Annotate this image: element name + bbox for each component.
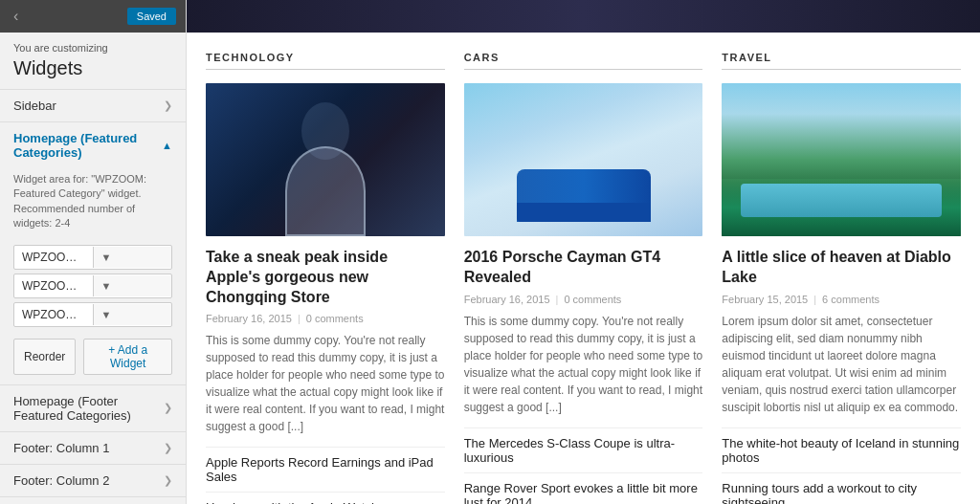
featured-description: Widget area for: "WPZOOM: Featured Categ… [0, 168, 186, 241]
widget-actions: Reorder + Add a Widget [0, 331, 186, 375]
cars-link-2[interactable]: Range Rover Sport evokes a little bit mo… [464, 472, 703, 504]
travel-column-label: TRAVEL [722, 52, 961, 63]
chevron-up-icon: ▲ [162, 140, 172, 151]
tech-main-meta: February 16, 2015 | 0 comments [206, 313, 445, 324]
chevron-right-icon: ❯ [164, 474, 172, 487]
sidebar-item-footer-col1[interactable]: Footer: Column 1 ❯ [0, 432, 186, 465]
columns-area: TECHNOLOGY Take a sneak peak inside Appl… [187, 33, 980, 504]
dropdown-arrow-icon: ▼ [93, 247, 172, 268]
cars-main-title[interactable]: 2016 Porsche Cayman GT4 Revealed [464, 248, 703, 288]
add-widget-button[interactable]: + Add a Widget [83, 339, 172, 375]
cars-column-label: CARS [464, 52, 703, 63]
widget-dropdown-1[interactable]: WPZOOM: Featured Categ... ▼ [13, 245, 172, 270]
widgets-title: Widgets [0, 55, 186, 90]
dropdown-arrow-icon: ▼ [93, 304, 172, 325]
sidebar-item-footer-col2[interactable]: Footer: Column 2 ❯ [0, 465, 186, 497]
tech-divider [206, 69, 445, 70]
travel-divider [722, 69, 961, 70]
top-bar: ‹ Saved [0, 0, 186, 33]
tech-link-1[interactable]: Apple Reports Record Earnings and iPad S… [206, 447, 445, 492]
tech-column-label: TECHNOLOGY [206, 52, 445, 63]
dropdown-arrow-icon: ▼ [93, 275, 172, 296]
reorder-button[interactable]: Reorder [13, 339, 76, 375]
travel-link-1[interactable]: The white-hot beauty of Iceland in stunn… [722, 427, 961, 472]
saved-badge: Saved [127, 8, 176, 25]
tech-main-title[interactable]: Take a sneak peak inside Apple's gorgeou… [206, 248, 445, 307]
travel-column: TRAVEL A little slice of heaven at Diabl… [722, 52, 961, 504]
tech-column: TECHNOLOGY Take a sneak peak inside Appl… [206, 52, 445, 504]
back-button[interactable]: ‹ [10, 8, 22, 25]
travel-link-2[interactable]: Running tours add a workout to city sigh… [722, 472, 961, 504]
left-panel: ‹ Saved You are customizing Widgets Side… [0, 0, 187, 504]
travel-featured-image [722, 83, 961, 236]
travel-main-meta: February 15, 2015 | 6 comments [722, 294, 961, 305]
site-header [187, 0, 980, 33]
main-content: TECHNOLOGY Take a sneak peak inside Appl… [187, 0, 980, 504]
chevron-right-icon: ❯ [164, 442, 172, 454]
travel-main-title[interactable]: A little slice of heaven at Diablo Lake [722, 248, 961, 288]
chevron-right-icon: ❯ [164, 99, 172, 112]
tech-featured-image [206, 83, 445, 236]
travel-main-body: Lorem ipsum dolor sit amet, consectetuer… [722, 313, 961, 416]
cars-main-meta: February 16, 2015 | 0 comments [464, 294, 703, 305]
sidebar-item-footer-col3[interactable]: Footer: Column 3 ❯ [0, 497, 186, 504]
chevron-right-icon: ❯ [164, 402, 172, 414]
featured-section-header[interactable]: Homepage (Featured Categories) ▲ [0, 122, 186, 168]
cars-main-body: This is some dummy copy. You're not real… [464, 313, 703, 416]
cars-column: CARS 2016 Porsche Cayman GT4 Revealed Fe… [464, 52, 703, 504]
tech-main-body: This is some dummy copy. You're not real… [206, 332, 445, 435]
cars-featured-image [464, 83, 703, 236]
lake-shape [741, 184, 942, 217]
customizing-label: You are customizing [0, 33, 186, 55]
featured-section: Homepage (Featured Categories) ▲ Widget … [0, 122, 186, 385]
tech-link-2[interactable]: Hands on with the Apple Watch [206, 492, 445, 504]
widget-dropdown-3[interactable]: WPZOOM: Featured Categ... ▼ [13, 302, 172, 327]
widget-dropdown-2[interactable]: WPZOOM: Featured Categ... ▼ [13, 274, 172, 298]
cars-link-1[interactable]: The Mercedes S-Class Coupe is ultra-luxu… [464, 427, 703, 472]
cars-divider [464, 69, 703, 70]
sidebar-item-footer-featured[interactable]: Homepage (Footer Featured Categories) ❯ [0, 385, 186, 432]
sidebar-item-sidebar[interactable]: Sidebar ❯ [0, 90, 186, 122]
